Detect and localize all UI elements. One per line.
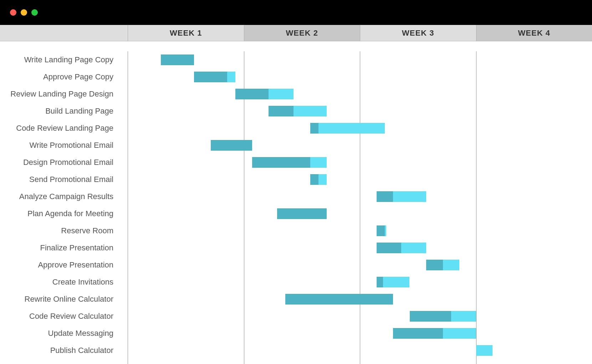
task-bar-completed — [211, 140, 252, 151]
task-bar[interactable] — [277, 208, 327, 219]
week-header-cell: WEEK 4 — [476, 25, 592, 41]
task-bar-remaining — [269, 89, 294, 99]
task-row: Send Promotional Email — [0, 171, 592, 188]
task-bar-remaining — [227, 72, 235, 82]
task-label: Code Review Landing Page — [0, 120, 121, 137]
task-label: Design Promotional Email — [0, 154, 121, 171]
task-bar-remaining — [294, 106, 327, 116]
task-bar-completed — [194, 72, 227, 82]
task-bar-track — [128, 137, 592, 154]
task-bar-completed — [377, 191, 393, 202]
task-bar-track — [128, 256, 592, 274]
task-bar-remaining — [443, 328, 476, 339]
task-bar-remaining — [476, 345, 493, 356]
task-bar[interactable] — [285, 294, 393, 305]
task-bar[interactable] — [476, 345, 493, 356]
task-row: Review Landing Page Design — [0, 85, 592, 103]
task-label: Write Promotional Email — [0, 137, 121, 154]
task-bar-remaining — [451, 311, 476, 322]
task-bar[interactable] — [211, 140, 252, 151]
task-bar-track — [128, 120, 592, 137]
week-columns: WEEK 1WEEK 2WEEK 3WEEK 4 — [128, 25, 592, 41]
task-bar-track — [128, 51, 592, 68]
task-row: Create Invitations — [0, 274, 592, 291]
app-window: WEEK 1WEEK 2WEEK 3WEEK 4 Write Landing P… — [0, 0, 592, 364]
task-row: Plan Agenda for Meeting — [0, 205, 592, 222]
task-label: Finalize Presentation — [0, 239, 121, 256]
task-bar[interactable] — [377, 277, 410, 287]
task-bar[interactable] — [310, 174, 327, 185]
task-bar-track — [128, 291, 592, 308]
task-bar[interactable] — [377, 225, 387, 236]
task-bar-track — [128, 308, 592, 325]
timeline-header: WEEK 1WEEK 2WEEK 3WEEK 4 — [0, 25, 592, 41]
task-bar[interactable] — [310, 123, 385, 134]
task-bar[interactable] — [393, 328, 476, 339]
task-row: Build Landing Page — [0, 103, 592, 120]
task-bar-completed — [269, 106, 294, 116]
task-label: Rewrite Online Calculator — [0, 291, 121, 308]
task-bar[interactable] — [269, 106, 327, 116]
task-bar-track — [128, 239, 592, 256]
task-row: Code Review Landing Page — [0, 120, 592, 137]
task-bar[interactable] — [377, 243, 427, 253]
task-row: Approve Presentation — [0, 256, 592, 274]
task-bar-track — [128, 325, 592, 342]
task-bar[interactable] — [252, 157, 327, 168]
task-label: Reserve Room — [0, 222, 121, 239]
task-bar[interactable] — [410, 311, 476, 322]
task-row: Design Promotional Email — [0, 154, 592, 171]
task-bar-track — [128, 274, 592, 291]
minimize-icon[interactable] — [21, 9, 27, 16]
task-bar-completed — [310, 123, 318, 134]
task-bar-track — [128, 188, 592, 205]
task-bar-remaining — [318, 123, 385, 134]
task-bar-completed — [377, 277, 383, 287]
task-label: Send Promotional Email — [0, 171, 121, 188]
task-bar-completed — [426, 260, 443, 270]
zoom-icon[interactable] — [31, 9, 38, 16]
task-bar-remaining — [443, 260, 460, 270]
task-bar-track — [128, 222, 592, 239]
task-label: Build Landing Page — [0, 103, 121, 120]
task-bar-remaining — [393, 191, 426, 202]
task-bar-remaining — [310, 157, 327, 168]
task-bar-completed — [285, 294, 393, 305]
task-row: Publish Calculator — [0, 342, 592, 359]
task-bar-track — [128, 68, 592, 85]
window-traffic-lights — [10, 9, 38, 16]
task-label: Approve Presentation — [0, 256, 121, 274]
task-row: Approve Page Copy — [0, 68, 592, 85]
task-bar-track — [128, 171, 592, 188]
task-bar[interactable] — [377, 191, 427, 202]
task-label: Review Landing Page Design — [0, 85, 121, 103]
task-bar-completed — [252, 157, 310, 168]
task-bar-completed — [377, 225, 385, 236]
task-bar-track — [128, 103, 592, 120]
close-icon[interactable] — [10, 9, 16, 16]
gantt-chart: Write Landing Page CopyApprove Page Copy… — [0, 41, 592, 364]
task-row: Write Landing Page Copy — [0, 51, 592, 68]
task-bar[interactable] — [194, 72, 235, 82]
week-header-cell: WEEK 2 — [244, 25, 360, 41]
task-row: Update Messaging — [0, 325, 592, 342]
task-bar-completed — [277, 208, 327, 219]
chart-rows: Write Landing Page CopyApprove Page Copy… — [0, 51, 592, 364]
task-bar-completed — [235, 89, 269, 99]
week-header-cell: WEEK 1 — [128, 25, 244, 41]
timeline-header-spacer — [0, 25, 128, 41]
task-label: Create Invitations — [0, 274, 121, 291]
task-bar-completed — [393, 328, 443, 339]
task-bar-track — [128, 154, 592, 171]
task-row: Code Review Calculator — [0, 308, 592, 325]
task-label: Update Messaging — [0, 325, 121, 342]
task-bar-completed — [410, 311, 451, 322]
task-label: Plan Agenda for Meeting — [0, 205, 121, 222]
task-bar[interactable] — [235, 89, 294, 99]
task-bar[interactable] — [161, 54, 194, 65]
task-bar-remaining — [401, 243, 426, 253]
task-bar[interactable] — [426, 260, 459, 270]
task-row: Analyze Campaign Results — [0, 188, 592, 205]
task-bar-completed — [310, 174, 318, 185]
task-bar-track — [128, 205, 592, 222]
